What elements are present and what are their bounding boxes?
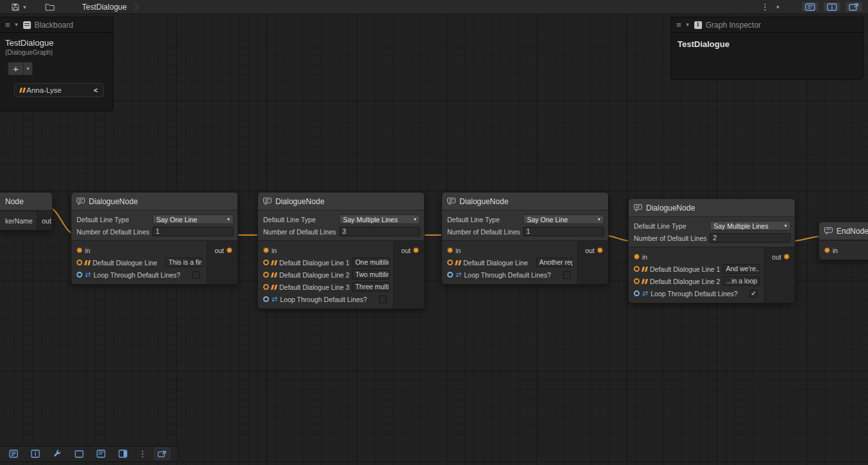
num-lines-label: Number of Default Lines (77, 228, 152, 236)
node-title-bar[interactable]: DialogueNode (71, 193, 237, 211)
in-port-dot[interactable] (263, 247, 269, 253)
inspector-graph-name: TestDialogue (671, 33, 863, 49)
node-title-bar[interactable]: DialogueNode (629, 199, 795, 217)
console-button[interactable] (5, 448, 22, 460)
out-port-dot[interactable] (413, 247, 419, 253)
line-type-dropdown[interactable]: Say Multiple Lines ▾ (339, 214, 420, 224)
line-port-dot[interactable] (263, 260, 269, 265)
line-port-label: Default Dialogue Line 1 (279, 259, 349, 267)
node-title-label: DialogueNode (459, 197, 508, 206)
kebab-menu-caret[interactable]: ▾ (775, 4, 780, 10)
save-icon (11, 3, 20, 12)
loop-checkbox[interactable] (379, 296, 387, 303)
speaker-name-label: kerName (5, 217, 33, 225)
num-lines-label: Number of Default Lines (634, 234, 710, 242)
hamburger-icon[interactable]: ≡ (676, 20, 681, 30)
collapse-caret-icon[interactable]: ▼ (685, 22, 690, 28)
end-node[interactable]: EndNode in (818, 222, 868, 260)
inspector-toggle-button[interactable] (823, 1, 841, 12)
line-port-dot[interactable] (634, 266, 640, 272)
settings-button[interactable] (49, 448, 66, 460)
quote-icon (642, 267, 647, 272)
line-text-field[interactable]: One multiline (352, 258, 389, 267)
loop-label: Loop Through Default Lines? (464, 271, 551, 279)
add-property-dropdown[interactable]: ▾ (24, 62, 33, 75)
loop-port-dot[interactable] (263, 296, 269, 302)
dialogue-node-2[interactable]: DialogueNode Default Line Type Say Multi… (257, 192, 425, 309)
save-dropdown-caret[interactable]: ▾ (22, 4, 28, 10)
kebab-menu-button[interactable]: ⋮ (759, 2, 771, 12)
loop-checkbox-checked[interactable]: ✓ (750, 290, 757, 298)
inspector-panel-icon (827, 3, 837, 11)
preview-toggle-button[interactable] (115, 448, 131, 460)
line-port-dot[interactable] (634, 278, 640, 284)
inspector-title: Graph Inspector (706, 21, 761, 30)
property-name: Anna-Lyse (26, 86, 62, 94)
line-port-dot[interactable] (77, 260, 82, 265)
in-port-dot[interactable] (634, 254, 640, 260)
collapse-caret-icon[interactable]: ▼ (14, 22, 19, 28)
frame-button[interactable] (71, 448, 88, 460)
speaker-node[interactable]: Node kerName out (0, 192, 53, 231)
blackboard-header[interactable]: ≡ ▼ Blackboard (0, 17, 113, 33)
in-port-dot[interactable] (447, 247, 453, 253)
in-port-dot[interactable] (824, 247, 830, 253)
node-title-bar[interactable]: EndNode (819, 222, 868, 240)
load-button[interactable] (43, 1, 57, 13)
kebab-menu-button[interactable]: ⋮ (136, 449, 149, 459)
hamburger-icon[interactable]: ≡ (5, 20, 10, 30)
add-property-button[interactable]: + (8, 62, 24, 75)
dialogue-node-3[interactable]: DialogueNode Default Line Type Say One L… (441, 192, 609, 285)
num-lines-field[interactable]: 1 (523, 227, 604, 236)
line-text-field[interactable]: And we're... (723, 264, 760, 274)
line-type-dropdown[interactable]: Say One Line ▾ (152, 214, 234, 224)
blackboard-panel-icon (97, 450, 106, 458)
line-text-field[interactable]: ...in a loop (723, 276, 760, 286)
speaker-out-port-row: out (37, 214, 53, 227)
line-type-value: Say Multiple Lines (343, 216, 398, 223)
num-lines-field[interactable]: 3 (339, 227, 420, 236)
node-title-bar[interactable]: DialogueNode (258, 193, 424, 211)
out-port-dot[interactable] (784, 254, 790, 260)
graph-canvas[interactable]: Node kerName out DialogueNode Default (0, 14, 868, 465)
line-text-field[interactable]: This is a first (165, 258, 203, 267)
document-icon (9, 450, 18, 458)
node-title-bar[interactable]: DialogueNode (442, 193, 608, 211)
breadcrumb-tab-testdialogue[interactable]: TestDialogue (76, 3, 129, 12)
line-port-label: Default Dialogue Line (93, 259, 157, 267)
loop-port-dot[interactable] (634, 290, 640, 296)
open-window-button[interactable] (154, 448, 171, 460)
dialogue-node-4[interactable]: DialogueNode Default Line Type Say Multi… (628, 198, 795, 303)
out-port-dot[interactable] (597, 247, 603, 253)
blackboard-button[interactable] (93, 448, 109, 460)
in-port-dot[interactable] (77, 247, 82, 253)
blackboard-panel: ≡ ▼ Blackboard TestDialogue (DialogueGra… (0, 17, 113, 111)
line-port-label: Default Dialogue Line (463, 259, 528, 267)
loop-checkbox[interactable] (563, 271, 571, 279)
line-text-field[interactable]: Two multiline (352, 270, 389, 280)
open-window-button[interactable] (845, 1, 863, 12)
in-port-label: in (456, 247, 461, 254)
loop-checkbox[interactable] (192, 271, 200, 279)
inspector-header[interactable]: ≡ ▼ Graph Inspector (671, 17, 863, 33)
line-port-dot[interactable] (263, 284, 269, 290)
num-lines-field[interactable]: 2 (710, 233, 791, 243)
save-button[interactable] (9, 1, 22, 13)
inspector-button[interactable] (27, 448, 44, 460)
line-port-dot[interactable] (447, 260, 453, 265)
num-lines-field[interactable]: 1 (152, 227, 234, 236)
line-type-dropdown[interactable]: Say One Line ▾ (523, 214, 604, 224)
speaker-node-title[interactable]: Node (0, 193, 52, 211)
loop-port-dot[interactable] (77, 272, 82, 278)
dialogue-node-icon (263, 198, 272, 205)
dialogue-node-1[interactable]: DialogueNode Default Line Type Say One L… (71, 192, 238, 285)
loop-port-dot[interactable] (447, 272, 453, 278)
blackboard-toggle-button[interactable] (801, 1, 819, 12)
out-port-dot[interactable] (226, 247, 232, 253)
line-type-dropdown[interactable]: Say Multiple Lines ▾ (710, 221, 791, 231)
line-text-field[interactable]: Another regu (536, 258, 573, 267)
collapse-chevron-icon[interactable]: < (94, 86, 98, 94)
line-port-dot[interactable] (263, 272, 269, 278)
blackboard-property-anna-lyse[interactable]: Anna-Lyse < (14, 83, 104, 97)
line-text-field[interactable]: Three multili (352, 282, 389, 292)
